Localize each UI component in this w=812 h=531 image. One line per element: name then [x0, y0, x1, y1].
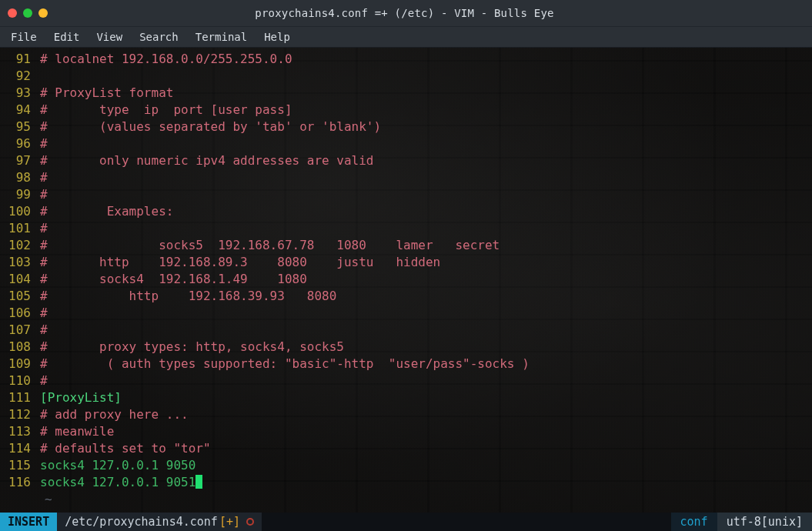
line-number: 94: [0, 102, 31, 119]
code-line[interactable]: # http 192.168.89.3 8080 justu hidden: [40, 254, 812, 271]
code-line[interactable]: #: [40, 372, 812, 389]
line-number: 98: [0, 169, 31, 186]
code-line[interactable]: # add proxy here ...: [40, 406, 812, 423]
code-text: # ProxyList format: [40, 85, 173, 100]
code-text: # socks5 192.168.67.78 1080 lamer secret: [40, 238, 500, 252]
filetype-indicator: conf: [671, 513, 717, 531]
line-number: 95: [0, 119, 31, 135]
app-window: proxychains4.conf =+ (/etc) - VIM - Bull…: [0, 0, 812, 531]
code-line[interactable]: #: [40, 305, 812, 322]
code-line[interactable]: # ( auth types supported: "basic"-http "…: [40, 356, 812, 372]
code-text: #: [40, 322, 48, 337]
text-cursor: [195, 475, 202, 489]
code-text: socks4 127.0.0.1 9051: [40, 475, 195, 489]
menu-help[interactable]: Help: [264, 31, 290, 43]
window-title: proxychains4.conf =+ (/etc) - VIM - Bull…: [48, 7, 761, 19]
code-line[interactable]: # (values separated by 'tab' or 'blank'): [40, 119, 812, 135]
code-text: # add proxy here ...: [40, 407, 189, 422]
line-number: 103: [0, 254, 31, 271]
code-line[interactable]: # socks5 192.168.67.78 1080 lamer secret: [40, 237, 812, 254]
menu-view[interactable]: View: [96, 31, 122, 43]
maximize-window-button[interactable]: [38, 8, 48, 18]
minimize-window-button[interactable]: [23, 8, 32, 18]
title-bar: proxychains4.conf =+ (/etc) - VIM - Bull…: [0, 0, 812, 26]
menu-terminal[interactable]: Terminal: [195, 31, 247, 43]
line-number: 91: [0, 51, 31, 68]
line-number: 110: [0, 372, 31, 389]
code-line[interactable]: [40, 68, 812, 85]
line-number: 99: [0, 186, 31, 203]
recording-indicator-icon: [246, 518, 254, 526]
line-number: 108: [0, 339, 31, 356]
modified-flag: [+]: [219, 515, 240, 529]
code-text: [ProxyList]: [40, 390, 122, 405]
code-text: # ( auth types supported: "basic"-http "…: [40, 356, 530, 371]
code-text: # localnet 192.168.0.0/255.255.0.0: [40, 52, 292, 66]
code-line[interactable]: #: [40, 322, 812, 339]
close-window-button[interactable]: [8, 8, 17, 18]
line-number: 92: [0, 68, 31, 85]
code-line[interactable]: # http 192.168.39.93 8080: [40, 288, 812, 305]
file-path-text: /etc/proxychains4.conf: [65, 515, 218, 529]
code-line[interactable]: # only numeric ipv4 addresses are valid: [40, 152, 812, 169]
line-number: 113: [0, 423, 31, 440]
line-number: 109: [0, 356, 31, 372]
code-line[interactable]: socks4 127.0.0.1 9051: [40, 474, 812, 491]
menu-bar: File Edit View Search Terminal Help: [0, 26, 812, 48]
code-text: # meanwile: [40, 424, 114, 439]
vim-mode-indicator: INSERT: [0, 513, 57, 531]
line-number: 93: [0, 85, 31, 102]
code-text: # socks4 192.168.1.49 1080: [40, 272, 307, 286]
code-text: #: [40, 306, 48, 320]
code-text: #: [40, 221, 48, 235]
code-text: #: [40, 373, 48, 388]
code-line[interactable]: #: [40, 186, 812, 203]
code-text: # proxy types: http, socks4, socks5: [40, 339, 344, 354]
window-controls: [8, 8, 48, 18]
code-line[interactable]: #: [40, 169, 812, 186]
code-line[interactable]: [ProxyList]: [40, 389, 812, 406]
code-line[interactable]: # defaults set to "tor": [40, 440, 812, 457]
code-text: # Examples:: [40, 204, 173, 219]
eof-tilde: ~: [40, 491, 812, 508]
file-path-indicator: /etc/proxychains4.conf [+]: [57, 513, 262, 531]
line-number-gutter: 9192939495969798991001011021031041051061…: [0, 48, 35, 513]
code-text: # http 192.168.39.93 8080: [40, 289, 336, 303]
line-number: 114: [0, 440, 31, 457]
code-line[interactable]: # localnet 192.168.0.0/255.255.0.0: [40, 51, 812, 68]
line-number: 112: [0, 406, 31, 423]
code-text: socks4 127.0.0.1 9050: [40, 458, 195, 473]
code-line[interactable]: # type ip port [user pass]: [40, 102, 812, 119]
line-number: 116: [0, 474, 31, 491]
line-number: 104: [0, 271, 31, 288]
line-number: 115: [0, 457, 31, 474]
editor-area[interactable]: 9192939495969798991001011021031041051061…: [0, 48, 812, 513]
line-number: 100: [0, 203, 31, 220]
code-text: # http 192.168.89.3 8080 justu hidden: [40, 255, 440, 269]
code-line[interactable]: # socks4 192.168.1.49 1080: [40, 271, 812, 288]
code-line[interactable]: socks4 127.0.0.1 9050: [40, 457, 812, 474]
line-number: 97: [0, 152, 31, 169]
encoding-indicator: utf-8[unix]: [717, 513, 812, 531]
status-spacer: [262, 513, 671, 531]
code-line[interactable]: # Examples:: [40, 203, 812, 220]
code-text: # (values separated by 'tab' or 'blank'): [40, 119, 381, 134]
line-number: 111: [0, 389, 31, 406]
menu-edit[interactable]: Edit: [54, 31, 80, 43]
code-line[interactable]: #: [40, 135, 812, 152]
line-number: 102: [0, 237, 31, 254]
code-text: #: [40, 170, 48, 185]
line-number: 96: [0, 135, 31, 152]
code-buffer[interactable]: # localnet 192.168.0.0/255.255.0.0# Prox…: [35, 48, 812, 513]
status-bar: INSERT /etc/proxychains4.conf [+] conf u…: [0, 513, 812, 531]
code-line[interactable]: #: [40, 220, 812, 237]
menu-search[interactable]: Search: [139, 31, 179, 43]
line-number: 106: [0, 305, 31, 322]
code-line[interactable]: # meanwile: [40, 423, 812, 440]
line-number: 101: [0, 220, 31, 237]
code-line[interactable]: # proxy types: http, socks4, socks5: [40, 339, 812, 356]
code-line[interactable]: # ProxyList format: [40, 85, 812, 102]
code-text: # type ip port [user pass]: [40, 102, 292, 117]
menu-file[interactable]: File: [11, 31, 37, 43]
code-text: # defaults set to "tor": [40, 441, 211, 456]
